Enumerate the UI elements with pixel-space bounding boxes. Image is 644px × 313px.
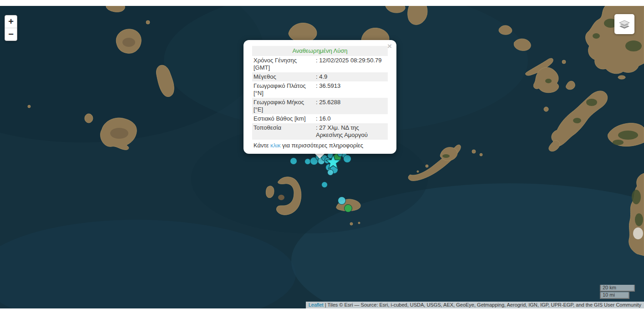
main-event-star-marker[interactable] [324,153,342,172]
popup-row: Εστιακό Βάθος [km]: 16.0 [252,114,388,123]
attribution-bar: Leaflet | Tiles © Esri — Source: Esri, i… [306,302,644,308]
popup-row-label: Γεωγραφικό Πλάτος [°N] [252,81,314,98]
popup-row-value: : 4.9 [314,72,388,81]
popup-footer: Κάντε κλικ για περισσότερες πληροφορίες [252,140,388,149]
popup-close-icon[interactable]: × [387,43,392,50]
popup-row-label: Γεωγραφικό Μήκος [°E] [252,98,314,114]
popup-row-label: Χρόνος Γένησης [GMT] [252,56,314,72]
popup-row-value: : 16.0 [314,114,388,123]
layers-icon [619,19,630,30]
popup-row-label: Τοποθεσία [252,123,314,140]
more-info-link[interactable]: κλικ [270,142,280,149]
earthquake-marker[interactable] [321,182,328,188]
popup-row-value: : 12/02/2025 08:29:50.79 [314,56,388,72]
scale-control: 20 km 10 mi [600,285,635,299]
popup-row-label: Μέγεθος [252,72,314,81]
popup-row-value: : 36.5913 [314,81,388,98]
popup-row-value: : 25.6288 [314,98,388,114]
earthquake-marker[interactable] [290,157,297,165]
footer-text-post: για περισσότερες πληροφορίες [280,142,363,149]
popup-row: Γεωγραφικό Μήκος [°E]: 25.6288 [252,98,388,114]
attribution-text: Tiles © Esri — Source: Esri, i-cubed, US… [327,302,641,308]
star-icon [326,155,340,169]
scale-mi: 10 mi [600,292,629,299]
scale-km: 20 km [600,285,635,292]
earthquake-marker[interactable] [343,155,351,163]
popup-title-row: Αναθεωρημένη Λύση [252,46,388,56]
leaflet-link[interactable]: Leaflet [309,302,324,308]
popup-row: Γεωγραφικό Πλάτος [°N]: 36.5913 [252,81,388,98]
zoom-out-button[interactable]: − [5,28,17,40]
layers-control-button[interactable] [614,14,634,34]
popup-row: Τοποθεσία: 27 Χλμ. ΝΔ της Αρκεσίνης Αμορ… [252,123,388,140]
earthquake-marker[interactable] [344,204,352,212]
earthquake-popup: × Αναθεωρημένη ΛύσηΧρόνος Γένησης [GMT]:… [243,40,396,154]
map-canvas[interactable]: × Αναθεωρημένη ΛύσηΧρόνος Γένησης [GMT]:… [0,6,644,308]
zoom-control: + − [5,15,17,41]
zoom-in-button[interactable]: + [5,15,17,28]
popup-row: Μέγεθος: 4.9 [252,72,388,81]
popup-row-value: : 27 Χλμ. ΝΔ της Αρκεσίνης Αμοργού [314,123,388,140]
popup-title: Αναθεωρημένη Λύση [252,46,388,56]
earthquake-marker[interactable] [338,197,346,205]
popup-row: Χρόνος Γένησης [GMT]: 12/02/2025 08:29:5… [252,56,388,72]
footer-text-pre: Κάντε [254,142,270,149]
popup-row-label: Εστιακό Βάθος [km] [252,114,314,123]
earthquake-details-table: Αναθεωρημένη ΛύσηΧρόνος Γένησης [GMT]: 1… [252,46,388,140]
